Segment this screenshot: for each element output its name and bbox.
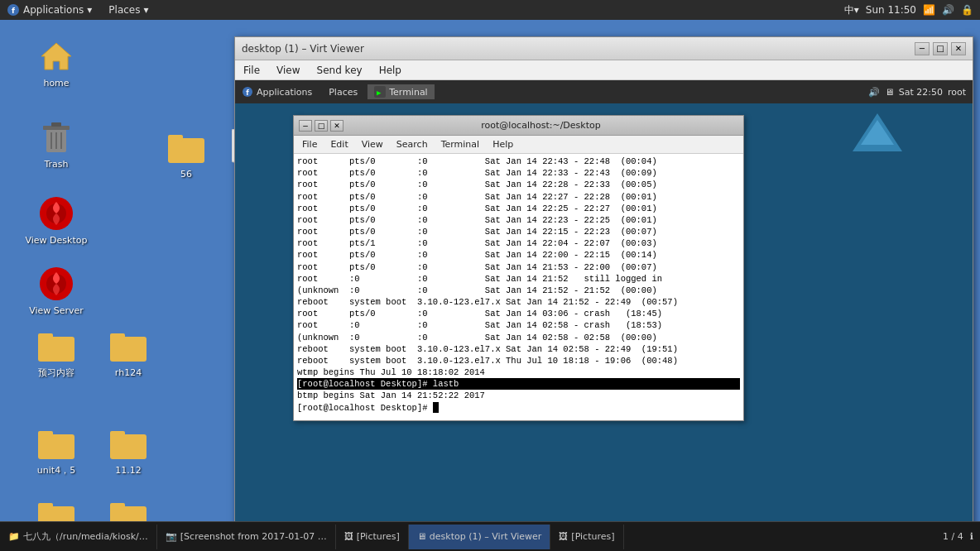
- desktop-icon-trash[interactable]: Trash: [23, 117, 89, 170]
- terminal-line: root pts/0 :0 Sat Jan 14 22:00 - 22:15 (…: [297, 249, 740, 261]
- virt-maximize-button[interactable]: □: [933, 42, 948, 55]
- svg-rect-14: [38, 333, 53, 340]
- svg-rect-20: [110, 431, 125, 438]
- term-menu-terminal[interactable]: Terminal: [436, 137, 485, 151]
- top-bar-right: 中▾ Sun 11:50 📶 🔊 🔒: [844, 3, 980, 17]
- taskbar-right: 1 / 4 ℹ: [943, 531, 980, 542]
- rh124-label: rh124: [115, 367, 142, 378]
- virt-menu-bar: File View Send key Help: [235, 60, 973, 80]
- desktop-icon-view-server[interactable]: View Server: [23, 264, 89, 316]
- terminal-line: root pts/0 :0 Sat Jan 14 03:06 - crash (…: [297, 308, 740, 319]
- svg-text:f: f: [12, 7, 15, 15]
- top-bar: f Applications ▾ Places ▾ 中▾ Sun 11:50 📶…: [0, 0, 980, 20]
- guest-applications-menu[interactable]: f Applications: [235, 84, 319, 99]
- term-menu-edit[interactable]: Edit: [325, 137, 353, 151]
- term-win-buttons: − □ ✕: [299, 120, 343, 132]
- wifi-icon: 📶: [923, 4, 935, 16]
- folder-56-icon: [166, 127, 206, 167]
- virt-close-button[interactable]: ✕: [951, 42, 966, 55]
- taskbar-screenshot-icon: 📷: [166, 531, 177, 542]
- taskbar-virt-label: desktop (1) – Virt Viewer: [430, 531, 542, 542]
- info-icon[interactable]: ℹ: [970, 531, 973, 542]
- terminal-line: root pts/1 :0 Sat Jan 14 22:04 - 22:07 (…: [297, 237, 740, 249]
- virt-menu-view[interactable]: View: [271, 63, 305, 78]
- taskbar-pictures2-label: [Pictures]: [571, 531, 614, 542]
- term-menu-file[interactable]: File: [297, 137, 322, 151]
- guest-volume-icon: 🔊: [868, 87, 880, 98]
- folder-chinese-icon: [36, 326, 76, 366]
- term-maximize-btn[interactable]: □: [315, 120, 328, 132]
- taskbar-pictures1[interactable]: 🖼 [Pictures]: [336, 525, 409, 549]
- applications-label: Applications: [23, 4, 84, 16]
- virt-viewer-window: desktop (1) – Virt Viewer − □ ✕ File Vie…: [234, 36, 973, 548]
- term-minimize-btn[interactable]: −: [299, 120, 312, 132]
- terminal-line: root pts/0 :0 Sat Jan 14 22:23 - 22:25 (…: [297, 214, 740, 226]
- virt-menu-help[interactable]: Help: [374, 63, 406, 78]
- folder-rh124-icon: [108, 326, 148, 366]
- taskbar-virt-viewer[interactable]: 🖥 desktop (1) – Virt Viewer: [409, 525, 551, 549]
- guest-places-menu[interactable]: Places: [322, 85, 364, 99]
- page-indicator: 1 / 4: [943, 531, 963, 542]
- places-label: Places: [108, 4, 140, 16]
- terminal-line: root :0 :0 Sat Jan 14 02:58 - crash (18:…: [297, 319, 740, 331]
- places-chevron: ▾: [144, 4, 149, 16]
- virt-menu-sendkey[interactable]: Send key: [312, 63, 368, 78]
- desktop-icon-rh124[interactable]: rh124: [95, 326, 161, 378]
- desktop-icon-1112[interactable]: 11.12: [95, 424, 161, 476]
- taskbar: 📁 七八九（/run/media/kiosk/… 📷 [Screenshot f…: [0, 521, 980, 551]
- terminal-line: (unknown :0 :0 Sat Jan 14 02:58 - 02:58 …: [297, 332, 740, 343]
- svg-rect-18: [38, 431, 53, 438]
- desktop-icon-chinese[interactable]: 预习内容: [23, 326, 89, 378]
- terminal-line: reboot system boot 3.10.0-123.el7.x Sat …: [297, 296, 740, 308]
- trash-label: Trash: [44, 159, 68, 170]
- taskbar-file-label: 七八九（/run/media/kiosk/…: [23, 530, 148, 543]
- svg-rect-24: [110, 503, 125, 510]
- applications-menu[interactable]: f Applications ▾: [0, 2, 98, 18]
- desktop-icon-home[interactable]: home: [23, 36, 89, 89]
- view-server-label: View Server: [29, 305, 84, 316]
- virt-menu-file[interactable]: File: [238, 63, 265, 78]
- places-menu[interactable]: Places ▾: [102, 2, 155, 17]
- home-icon: [36, 36, 76, 76]
- svg-rect-16: [110, 333, 125, 340]
- input-method[interactable]: 中▾: [844, 3, 859, 17]
- virt-window-controls: − □ ✕: [915, 42, 966, 55]
- terminal-line: root pts/0 :0 Sat Jan 14 22:27 - 22:28 (…: [297, 191, 740, 203]
- top-bar-left: f Applications ▾ Places ▾: [0, 2, 156, 18]
- desktop-icon-view-desktop[interactable]: View Desktop: [23, 194, 89, 246]
- terminal-line: root pts/0 :0 Sat Jan 14 22:15 - 22:23 (…: [297, 226, 740, 237]
- term-title-bar: − □ ✕ root@localhost:~/Desktop: [294, 116, 743, 136]
- terminal-line: reboot system boot 3.10.0-123.el7.x Thu …: [297, 355, 740, 367]
- guest-places-label: Places: [329, 87, 358, 98]
- term-menu-view[interactable]: View: [357, 137, 388, 151]
- term-menu-search[interactable]: Search: [392, 137, 433, 151]
- term-menu-help[interactable]: Help: [488, 137, 518, 151]
- taskbar-pictures2[interactable]: 🖼 [Pictures]: [550, 525, 623, 549]
- term-close-btn[interactable]: ✕: [330, 120, 343, 132]
- terminal-window: − □ ✕ root@localhost:~/Desktop File Edit…: [293, 115, 744, 421]
- taskbar-file-manager[interactable]: 📁 七八九（/run/media/kiosk/…: [0, 525, 157, 549]
- desktop-decoration: [848, 112, 906, 153]
- terminal-prompt: [root@localhost Desktop]#: [297, 402, 740, 414]
- term-body[interactable]: root pts/0 :0 Sat Jan 14 22:43 - 22:48 (…: [294, 154, 743, 420]
- desktop-icon-unit45[interactable]: unit4，5: [23, 424, 89, 476]
- terminal-output-line: btmp begins Sat Jan 14 21:52:22 2017: [297, 390, 740, 401]
- terminal-line: root pts/0 :0 Sat Jan 14 22:25 - 22:27 (…: [297, 203, 740, 214]
- taskbar-screenshot[interactable]: 📷 [Screenshot from 2017-01-07 …: [157, 525, 336, 549]
- terminal-line: wtmp begins Thu Jul 10 18:18:02 2014: [297, 367, 740, 378]
- guest-network-icon: 🖥: [885, 87, 894, 98]
- 1112-label: 11.12: [115, 465, 142, 476]
- svg-rect-26: [168, 135, 183, 141]
- folder-unit45-icon: [36, 424, 76, 463]
- svg-rect-15: [110, 337, 147, 362]
- terminal-line: root pts/0 :0 Sat Jan 14 21:53 - 22:00 (…: [297, 261, 740, 273]
- svg-rect-22: [38, 503, 53, 510]
- virt-minimize-button[interactable]: −: [915, 42, 930, 55]
- taskbar-file-icon: 📁: [8, 531, 20, 542]
- guest-terminal-label: Terminal: [389, 87, 428, 98]
- folder56-label: 56: [180, 169, 192, 180]
- guest-terminal-btn[interactable]: ▶ Terminal: [368, 84, 435, 99]
- desktop-icon-folder56[interactable]: 56: [153, 127, 219, 180]
- guest-apps-label: Applications: [257, 87, 312, 98]
- guest-user: root: [948, 87, 966, 98]
